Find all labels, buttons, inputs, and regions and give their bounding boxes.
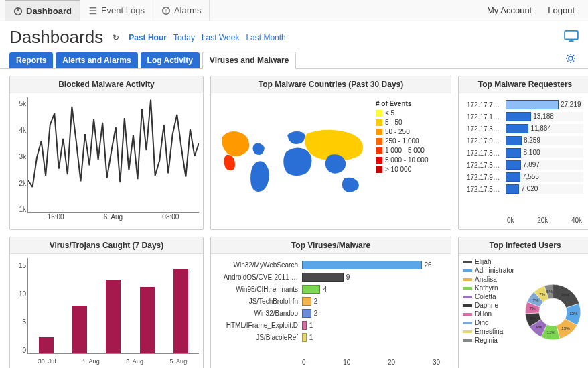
nav-eventlogs-label: Event Logs: [101, 5, 145, 15]
svg-text:11%: 11%: [546, 330, 555, 334]
time-today[interactable]: Today: [173, 33, 195, 42]
nav-alarms-label: Alarms: [174, 5, 201, 15]
card-infected-users: Top Infected Users ElijahAdministratorAn…: [458, 237, 588, 368]
requester-row[interactable]: 172.17.5…8,100: [467, 148, 583, 158]
svg-text:20%: 20%: [561, 292, 569, 297]
infected-donut: 20%13%13%11%9%8%7%7%7%5%: [518, 258, 587, 366]
topvm-row[interactable]: HTML/IFrame_Exploit.D1: [218, 321, 440, 330]
requester-row[interactable]: 172.17.5…7,020: [467, 184, 583, 194]
my-account-link[interactable]: My Account: [479, 0, 540, 21]
requester-row[interactable]: 172.17.7…27,219: [467, 100, 583, 109]
virus7-bar[interactable]: [72, 306, 87, 353]
requester-row[interactable]: 172.17.1…13,188: [467, 112, 583, 121]
svg-text:!: !: [165, 7, 167, 14]
card-title: Top Malware Countries (Past 30 Days): [211, 76, 451, 93]
top-nav: Dashboard Event Logs ! Alarms My Account…: [0, 0, 588, 21]
virus7-bar[interactable]: [140, 287, 155, 353]
list-icon: [88, 6, 98, 15]
topvm-row[interactable]: Win32/Bandoo2: [218, 309, 440, 318]
virus7-bar[interactable]: [106, 280, 121, 353]
blocked-line-chart: 5k4k3k2k1k 16:006. Aug08:00: [14, 97, 199, 225]
requesters-bars: 172.17.7…27,219172.17.1…13,188172.17.3…1…: [463, 97, 587, 225]
requester-row[interactable]: 172.17.9…8,259: [467, 136, 583, 145]
card-title: Blocked Malware Activity: [10, 76, 203, 93]
tab-viruses-malware[interactable]: Viruses and Malware: [202, 52, 297, 69]
virus7-bar-chart: 151050 30. Jul1. Aug3. Aug5. Aug: [14, 258, 199, 366]
topvm-row[interactable]: AndroidOS/CVE-2011-…9: [218, 273, 440, 282]
logout-link[interactable]: Logout: [540, 0, 583, 21]
page-title: Dashboards: [9, 27, 103, 48]
svg-text:7%: 7%: [529, 306, 535, 310]
card-top-requesters: Top Malware Requesters 172.17.7…27,21917…: [458, 76, 588, 230]
nav-alarms[interactable]: ! Alarms: [153, 0, 210, 21]
svg-point-4: [569, 56, 573, 60]
time-range-links: Past Hour Today Last Week Last Month: [129, 33, 286, 42]
nav-dashboard[interactable]: Dashboard: [5, 0, 80, 21]
svg-text:7%: 7%: [532, 298, 538, 302]
requester-row[interactable]: 172.17.3…11,864: [467, 124, 583, 133]
infected-legend: ElijahAdministratorAnalisaKathyrnColetta…: [463, 258, 514, 366]
virus7-bar[interactable]: [173, 269, 188, 353]
virus7-bar[interactable]: [39, 337, 54, 353]
svg-text:7%: 7%: [539, 292, 545, 296]
page-header: Dashboards ↻ Past Hour Today Last Week L…: [0, 21, 588, 50]
topvm-row[interactable]: JS/TechBroloIrfn2: [218, 297, 440, 306]
settings-gear-icon[interactable]: [563, 50, 579, 68]
svg-text:13%: 13%: [561, 326, 570, 330]
card-title: Top Malware Requesters: [459, 76, 588, 93]
alert-icon: !: [161, 6, 171, 15]
card-top-viruses: Top Viruses/Malware Win32/MyWebSearch26A…: [210, 237, 451, 368]
world-map: [215, 97, 373, 225]
dashboard-icon: [13, 7, 23, 16]
tab-alerts-alarms[interactable]: Alerts and Alarms: [56, 52, 137, 68]
time-last-month[interactable]: Last Month: [246, 33, 285, 42]
tab-reports[interactable]: Reports: [9, 52, 53, 68]
card-blocked-malware: Blocked Malware Activity 5k4k3k2k1k 16:0…: [9, 76, 204, 230]
svg-text:5%: 5%: [546, 289, 553, 294]
card-malware-countries: Top Malware Countries (Past 30 Days) # o…: [210, 76, 451, 230]
top-viruses-bars: Win32/MyWebSearch26AndroidOS/CVE-2011-…9…: [215, 258, 447, 366]
time-last-week[interactable]: Last Week: [202, 33, 239, 42]
nav-dashboard-label: Dashboard: [26, 6, 72, 16]
card-title: Virus/Trojans Caught (7 Days): [10, 237, 203, 254]
monitor-icon[interactable]: [564, 30, 579, 44]
svg-text:13%: 13%: [569, 311, 578, 316]
card-title: Top Infected Users: [459, 237, 588, 254]
topvm-row[interactable]: Win32/MyWebSearch26: [218, 261, 440, 269]
refresh-icon[interactable]: ↻: [113, 33, 119, 42]
nav-event-logs[interactable]: Event Logs: [80, 0, 153, 21]
svg-rect-3: [565, 31, 578, 40]
dashboard-grid: Blocked Malware Activity 5k4k3k2k1k 16:0…: [0, 69, 588, 368]
time-past-hour[interactable]: Past Hour: [129, 33, 167, 42]
requester-row[interactable]: 172.17.5…7,897: [467, 160, 583, 170]
topvm-row[interactable]: JS/BlacoleRef1: [218, 333, 440, 342]
tab-log-activity[interactable]: Log Activity: [141, 52, 200, 68]
svg-text:8%: 8%: [530, 316, 536, 320]
svg-text:9%: 9%: [536, 324, 542, 329]
card-title: Top Viruses/Malware: [211, 237, 451, 254]
dashboard-tabs: Reports Alerts and Alarms Log Activity V…: [0, 50, 588, 69]
map-legend: # of Events < 55 - 5050 - 250250 - 1 000…: [373, 97, 447, 225]
card-virus-7days: Virus/Trojans Caught (7 Days) 151050 30.…: [9, 237, 204, 368]
legend-title: # of Events: [376, 100, 444, 107]
topvm-row[interactable]: Win95/CIH.remnants4: [218, 285, 440, 294]
requester-row[interactable]: 172.17.9…7,555: [467, 172, 583, 182]
